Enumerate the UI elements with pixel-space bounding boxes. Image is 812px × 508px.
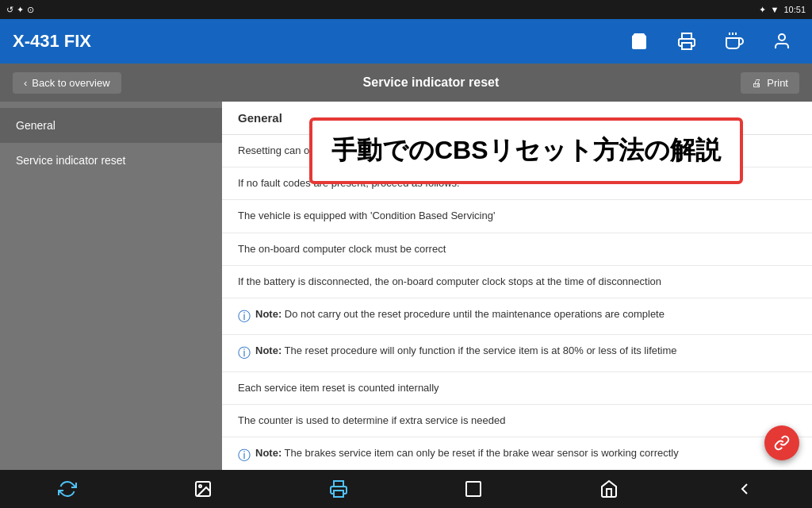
back-button[interactable]: ‹ Back to overview (13, 72, 121, 94)
sidebar-item-service-indicator-reset[interactable]: Service indicator reset (0, 143, 222, 178)
bottom-nav-back-icon[interactable] (726, 470, 764, 508)
bluetooth-icon: ✦ (759, 5, 766, 15)
svg-point-5 (779, 34, 785, 40)
svg-point-7 (199, 485, 201, 487)
status-bar-left: ↺ ✦ ⊙ (6, 5, 34, 15)
bottom-nav-square-icon[interactable] (454, 470, 492, 508)
back-chevron-icon: ‹ (24, 77, 27, 89)
status-bar: ↺ ✦ ⊙ ✦ ▼ 10:51 (0, 0, 812, 19)
time-display: 10:51 (783, 5, 806, 14)
status-icon-2: ✦ (17, 5, 24, 15)
bottom-nav-print-icon[interactable] (320, 470, 358, 508)
status-bar-right: ✦ ▼ 10:51 (759, 5, 806, 15)
svg-rect-9 (466, 482, 481, 496)
content-note-2: ⓘ Note: The reset procedure will only fu… (222, 335, 812, 371)
content-item: The on-board computer clock must be corr… (222, 233, 812, 266)
page-title: Service indicator reset (363, 75, 500, 90)
japanese-popup: 手動でのCBSリセット方法の解説 (309, 117, 743, 184)
print-nav-icon[interactable] (669, 24, 704, 59)
content-item: The vehicle is equipped with 'Condition … (222, 200, 812, 233)
secondary-header: ‹ Back to overview Service indicator res… (0, 64, 812, 102)
info-icon: ⓘ (238, 447, 251, 464)
status-icon-1: ↺ (6, 5, 13, 15)
bottom-nav-home-icon[interactable] (590, 470, 628, 508)
user-icon[interactable] (764, 24, 799, 59)
content-note-3: ⓘ Note: The brakes service item can only… (222, 437, 812, 470)
svg-rect-1 (682, 43, 691, 49)
content-item: If the battery is disconnected, the on-b… (222, 266, 812, 298)
app-title: X-431 FIX (13, 31, 91, 52)
cart-icon[interactable] (622, 24, 657, 59)
bottom-nav (0, 470, 812, 508)
sidebar-item-general[interactable]: General (0, 108, 222, 143)
signal-icon: ▼ (771, 5, 779, 14)
fab-button[interactable] (764, 425, 799, 460)
share-icon[interactable] (717, 24, 752, 59)
info-icon: ⓘ (238, 344, 251, 362)
print-button[interactable]: 🖨 Print (741, 72, 799, 94)
printer-icon: 🖨 (752, 77, 762, 89)
content-item: Each service item reset is counted inter… (222, 372, 812, 405)
info-icon: ⓘ (238, 308, 251, 325)
content-note-1: ⓘ Note: Do not carry out the reset proce… (222, 298, 812, 335)
status-icon-3: ⊙ (27, 5, 34, 15)
top-nav: X-431 FIX (0, 19, 812, 64)
content-item: The counter is used to determine if extr… (222, 405, 812, 437)
svg-rect-8 (334, 491, 343, 497)
bottom-nav-image-icon[interactable] (184, 470, 222, 508)
sidebar: General Service indicator reset (0, 102, 222, 470)
nav-icons (622, 24, 799, 59)
bottom-nav-refresh-icon[interactable] (48, 470, 86, 508)
